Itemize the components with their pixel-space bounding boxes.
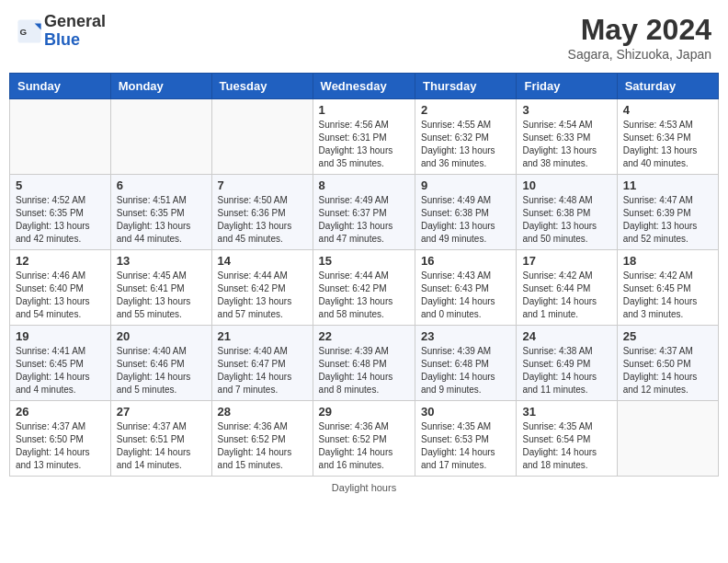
day-header-tuesday: Tuesday	[211, 74, 313, 99]
calendar-cell: 8Sunrise: 4:49 AM Sunset: 6:37 PM Daylig…	[313, 175, 415, 250]
day-number: 7	[218, 178, 307, 192]
day-number: 26	[16, 405, 105, 419]
calendar-week-row: 12Sunrise: 4:46 AM Sunset: 6:40 PM Dayli…	[10, 250, 719, 326]
calendar-week-row: 1Sunrise: 4:56 AM Sunset: 6:31 PM Daylig…	[10, 99, 719, 175]
day-info: Sunrise: 4:54 AM Sunset: 6:33 PM Dayligh…	[522, 119, 610, 170]
day-number: 4	[623, 103, 712, 117]
calendar-footer: Daylight hours	[9, 482, 719, 493]
day-info: Sunrise: 4:37 AM Sunset: 6:50 PM Dayligh…	[16, 420, 105, 472]
logo-icon: G	[17, 18, 42, 44]
calendar-cell: 25Sunrise: 4:37 AM Sunset: 6:50 PM Dayli…	[617, 326, 718, 401]
logo-blue: Blue	[44, 30, 80, 49]
day-info: Sunrise: 4:38 AM Sunset: 6:49 PM Dayligh…	[522, 345, 610, 396]
calendar-header-row: SundayMondayTuesdayWednesdayThursdayFrid…	[10, 74, 719, 99]
calendar-week-row: 19Sunrise: 4:41 AM Sunset: 6:45 PM Dayli…	[10, 326, 719, 401]
logo-general: General	[44, 12, 106, 30]
day-info: Sunrise: 4:36 AM Sunset: 6:52 PM Dayligh…	[218, 420, 307, 472]
calendar-cell: 24Sunrise: 4:38 AM Sunset: 6:49 PM Dayli…	[517, 326, 617, 401]
day-number: 12	[16, 254, 105, 268]
day-info: Sunrise: 4:41 AM Sunset: 6:45 PM Dayligh…	[16, 345, 105, 396]
calendar-cell: 2Sunrise: 4:55 AM Sunset: 6:32 PM Daylig…	[415, 99, 517, 175]
calendar-cell: 10Sunrise: 4:48 AM Sunset: 6:38 PM Dayli…	[517, 175, 617, 250]
calendar-cell: 20Sunrise: 4:40 AM Sunset: 6:46 PM Dayli…	[110, 326, 211, 401]
calendar-cell: 12Sunrise: 4:46 AM Sunset: 6:40 PM Dayli…	[10, 250, 111, 326]
svg-text:G: G	[20, 27, 28, 37]
day-number: 15	[319, 254, 409, 268]
day-info: Sunrise: 4:39 AM Sunset: 6:48 PM Dayligh…	[319, 345, 409, 396]
day-info: Sunrise: 4:37 AM Sunset: 6:50 PM Dayligh…	[623, 345, 712, 396]
day-number: 31	[522, 405, 610, 419]
day-number: 8	[319, 178, 409, 192]
calendar-cell: 18Sunrise: 4:42 AM Sunset: 6:45 PM Dayli…	[617, 250, 718, 326]
calendar-cell: 7Sunrise: 4:50 AM Sunset: 6:36 PM Daylig…	[211, 175, 313, 250]
day-number: 2	[421, 103, 510, 117]
day-info: Sunrise: 4:44 AM Sunset: 6:42 PM Dayligh…	[218, 270, 307, 321]
calendar-cell	[10, 99, 111, 175]
calendar-cell	[617, 401, 718, 477]
day-info: Sunrise: 4:50 AM Sunset: 6:36 PM Dayligh…	[218, 194, 307, 246]
day-header-saturday: Saturday	[617, 74, 718, 99]
day-number: 16	[421, 254, 510, 268]
day-info: Sunrise: 4:42 AM Sunset: 6:45 PM Dayligh…	[623, 270, 712, 321]
calendar-cell: 28Sunrise: 4:36 AM Sunset: 6:52 PM Dayli…	[211, 401, 313, 477]
day-number: 10	[522, 178, 610, 192]
calendar-cell: 16Sunrise: 4:43 AM Sunset: 6:43 PM Dayli…	[415, 250, 517, 326]
day-info: Sunrise: 4:40 AM Sunset: 6:46 PM Dayligh…	[117, 345, 206, 396]
day-info: Sunrise: 4:49 AM Sunset: 6:38 PM Dayligh…	[421, 194, 510, 246]
calendar-cell: 15Sunrise: 4:44 AM Sunset: 6:42 PM Dayli…	[313, 250, 415, 326]
day-number: 20	[117, 329, 206, 343]
calendar-cell: 3Sunrise: 4:54 AM Sunset: 6:33 PM Daylig…	[517, 99, 617, 175]
day-info: Sunrise: 4:35 AM Sunset: 6:53 PM Dayligh…	[421, 420, 510, 472]
calendar-table: SundayMondayTuesdayWednesdayThursdayFrid…	[9, 73, 719, 477]
calendar-cell	[110, 99, 211, 175]
calendar-cell: 26Sunrise: 4:37 AM Sunset: 6:50 PM Dayli…	[10, 401, 111, 477]
day-number: 21	[218, 329, 307, 343]
calendar-cell: 1Sunrise: 4:56 AM Sunset: 6:31 PM Daylig…	[313, 99, 415, 175]
day-number: 25	[623, 329, 712, 343]
day-info: Sunrise: 4:44 AM Sunset: 6:42 PM Dayligh…	[319, 270, 409, 321]
day-number: 29	[319, 405, 409, 419]
day-header-sunday: Sunday	[10, 74, 111, 99]
calendar-cell	[211, 99, 313, 175]
day-info: Sunrise: 4:56 AM Sunset: 6:31 PM Dayligh…	[319, 119, 409, 170]
calendar-cell: 31Sunrise: 4:35 AM Sunset: 6:54 PM Dayli…	[517, 401, 617, 477]
calendar-cell: 23Sunrise: 4:39 AM Sunset: 6:48 PM Dayli…	[415, 326, 517, 401]
day-info: Sunrise: 4:37 AM Sunset: 6:51 PM Dayligh…	[117, 420, 206, 472]
day-number: 11	[623, 178, 712, 192]
title-section: May 2024 Sagara, Shizuoka, Japan	[568, 13, 711, 62]
day-header-friday: Friday	[517, 74, 617, 99]
calendar-cell: 19Sunrise: 4:41 AM Sunset: 6:45 PM Dayli…	[10, 326, 111, 401]
main-title: May 2024	[568, 13, 711, 47]
calendar-cell: 5Sunrise: 4:52 AM Sunset: 6:35 PM Daylig…	[10, 175, 111, 250]
calendar-week-row: 5Sunrise: 4:52 AM Sunset: 6:35 PM Daylig…	[10, 175, 719, 250]
calendar-cell: 6Sunrise: 4:51 AM Sunset: 6:35 PM Daylig…	[110, 175, 211, 250]
day-number: 24	[522, 329, 610, 343]
day-info: Sunrise: 4:47 AM Sunset: 6:39 PM Dayligh…	[623, 194, 712, 246]
day-number: 5	[16, 178, 105, 192]
day-info: Sunrise: 4:48 AM Sunset: 6:38 PM Dayligh…	[522, 194, 610, 246]
day-info: Sunrise: 4:36 AM Sunset: 6:52 PM Dayligh…	[319, 420, 409, 472]
day-number: 17	[522, 254, 610, 268]
calendar-cell: 9Sunrise: 4:49 AM Sunset: 6:38 PM Daylig…	[415, 175, 517, 250]
day-info: Sunrise: 4:49 AM Sunset: 6:37 PM Dayligh…	[319, 194, 409, 246]
day-header-thursday: Thursday	[415, 74, 517, 99]
logo: G General Blue	[17, 13, 106, 50]
calendar-week-row: 26Sunrise: 4:37 AM Sunset: 6:50 PM Dayli…	[10, 401, 719, 477]
calendar-cell: 21Sunrise: 4:40 AM Sunset: 6:47 PM Dayli…	[211, 326, 313, 401]
day-number: 19	[16, 329, 105, 343]
day-info: Sunrise: 4:35 AM Sunset: 6:54 PM Dayligh…	[522, 420, 610, 472]
page-header: G General Blue May 2024 Sagara, Shizuoka…	[9, 9, 719, 65]
day-info: Sunrise: 4:55 AM Sunset: 6:32 PM Dayligh…	[421, 119, 510, 170]
daylight-label: Daylight hours	[332, 482, 396, 493]
day-number: 3	[522, 103, 610, 117]
calendar-cell: 13Sunrise: 4:45 AM Sunset: 6:41 PM Dayli…	[110, 250, 211, 326]
day-number: 30	[421, 405, 510, 419]
day-number: 27	[117, 405, 206, 419]
calendar-cell: 27Sunrise: 4:37 AM Sunset: 6:51 PM Dayli…	[110, 401, 211, 477]
day-header-wednesday: Wednesday	[313, 74, 415, 99]
calendar-cell: 17Sunrise: 4:42 AM Sunset: 6:44 PM Dayli…	[517, 250, 617, 326]
day-info: Sunrise: 4:51 AM Sunset: 6:35 PM Dayligh…	[117, 194, 206, 246]
calendar-cell: 4Sunrise: 4:53 AM Sunset: 6:34 PM Daylig…	[617, 99, 718, 175]
day-number: 13	[117, 254, 206, 268]
day-info: Sunrise: 4:52 AM Sunset: 6:35 PM Dayligh…	[16, 194, 105, 246]
